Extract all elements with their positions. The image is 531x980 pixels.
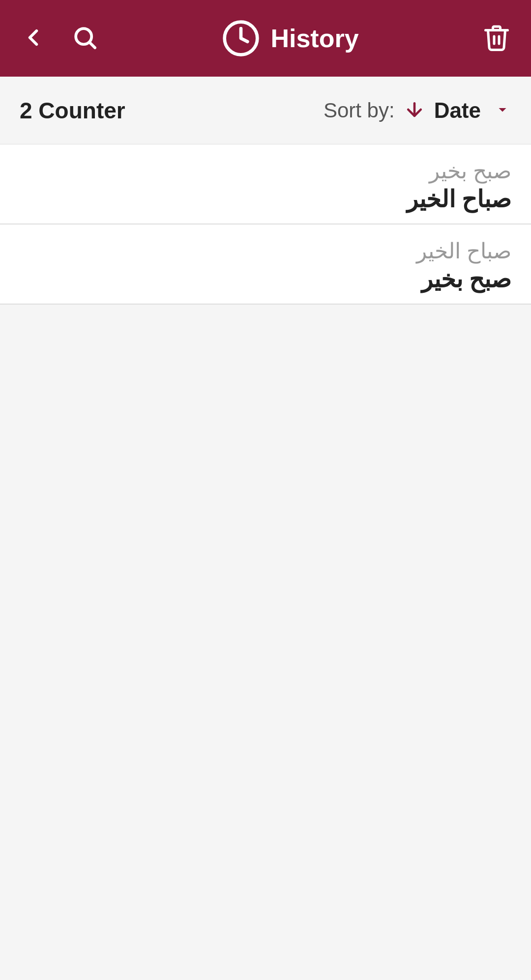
clock-icon <box>221 19 261 58</box>
page-title: History <box>270 24 358 53</box>
sort-section[interactable]: Sort by: Date <box>324 98 511 123</box>
sort-value-label: Date <box>434 98 481 123</box>
item-primary-text: صبح بخير <box>429 158 511 183</box>
counter-label: 2 Counter <box>20 97 125 124</box>
history-list: صبح بخيرصباح الخيرصباح الخيرصبح بخير <box>0 144 531 305</box>
item-primary-text: صباح الخير <box>416 238 511 263</box>
item-secondary-text: صباح الخير <box>407 185 511 213</box>
toolbar: 2 Counter Sort by: Date <box>0 77 531 144</box>
sort-by-text: Sort by: <box>324 99 395 122</box>
list-item[interactable]: صبح بخيرصباح الخير <box>0 144 531 224</box>
search-button[interactable] <box>71 24 98 53</box>
header-left-actions <box>20 24 98 53</box>
list-item[interactable]: صباح الخيرصبح بخير <box>0 224 531 305</box>
sort-direction-icon <box>404 99 425 122</box>
empty-area <box>0 305 531 980</box>
delete-button[interactable] <box>482 22 511 56</box>
header-title-area: History <box>221 19 358 58</box>
header: History <box>0 0 531 77</box>
svg-line-1 <box>90 43 95 48</box>
item-secondary-text: صبح بخير <box>421 265 511 293</box>
sort-dropdown-icon[interactable] <box>494 101 511 120</box>
back-button[interactable] <box>20 24 47 53</box>
